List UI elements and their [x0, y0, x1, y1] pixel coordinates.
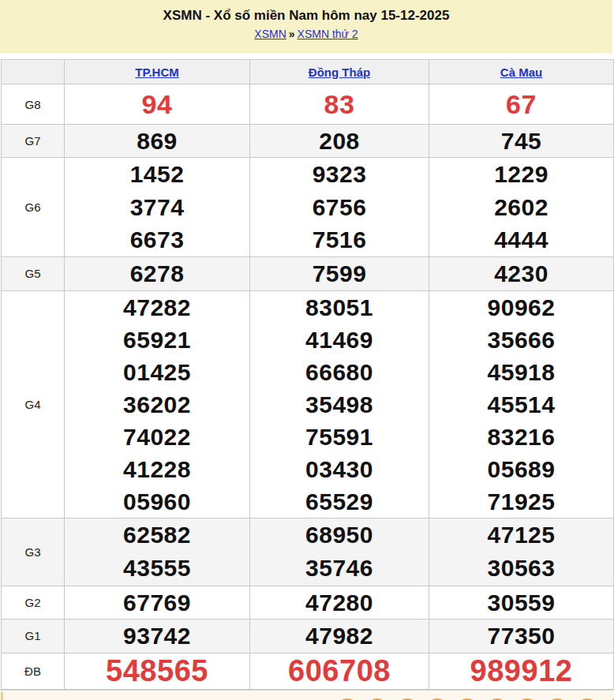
result-cell: 30559: [429, 586, 614, 619]
prize-number: 869: [65, 125, 249, 157]
prize-number: 36202: [65, 388, 249, 421]
prize-number: 4444: [429, 223, 613, 256]
prize-number: 35666: [429, 324, 613, 356]
result-cell: 47280: [250, 586, 429, 619]
prize-number: 47125: [429, 518, 613, 552]
special-prize-number: 989912: [429, 653, 613, 689]
prize-row-g7: G7 869 208 745: [2, 125, 614, 158]
result-cell: 90962 35666 45918 45514 83216 05689 7192…: [429, 290, 614, 518]
prize-number: 74022: [65, 421, 249, 453]
result-cell: 83051 41469 66680 35498 75591 03430 6552…: [250, 290, 429, 518]
province-link-tphcm[interactable]: TP.HCM: [135, 66, 179, 79]
prize-row-g2: G2 67769 47280 30559: [2, 586, 614, 619]
prize-number: 83216: [429, 421, 613, 453]
result-cell: 606708: [250, 653, 429, 689]
prize-number: 03430: [250, 453, 429, 485]
column-header-dongthap: Đồng Tháp: [250, 60, 429, 84]
prize-number: 01425: [65, 356, 249, 388]
prize-number: 30559: [429, 586, 613, 619]
prize-row-g6: G6 1452 3774 6673 9323 6756 7516 1229 26…: [2, 158, 614, 257]
prize-number: 7516: [250, 223, 429, 256]
prize-number: 90962: [429, 291, 613, 324]
results-table: TP.HCM Đồng Tháp Cà Mau G8 94 83 67 G7 8…: [1, 59, 614, 690]
prize-row-g5: G5 6278 7599 4230: [2, 256, 614, 290]
prize-number: 41469: [250, 324, 429, 356]
prize-number: 1229: [429, 158, 613, 191]
result-cell: 67769: [65, 586, 250, 619]
prize-number: 66680: [250, 356, 429, 388]
prize-number: 7599: [250, 257, 429, 290]
prize-number: 47982: [250, 620, 429, 653]
prize-number: 208: [250, 125, 429, 157]
result-cell: 47982: [250, 619, 429, 653]
prize-number: 6278: [65, 257, 249, 290]
prize-number: 67769: [65, 586, 249, 619]
breadcrumb: XSMN»XSMN thứ 2: [0, 28, 612, 41]
column-header-camau: Cà Mau: [429, 60, 614, 84]
prize-number: 745: [429, 125, 613, 157]
prize-label-g3: G3: [2, 518, 65, 586]
prize-number: 75591: [250, 421, 429, 453]
province-link-dongthap[interactable]: Đồng Tháp: [309, 66, 370, 79]
result-cell: 83: [250, 84, 429, 125]
result-cell: 869: [65, 125, 250, 158]
prize-number: 30563: [429, 552, 613, 586]
prize-number: 3774: [65, 191, 249, 224]
breadcrumb-link-current[interactable]: XSMN thứ 2: [298, 28, 358, 40]
result-cell: 77350: [429, 619, 614, 653]
prize-number: 77350: [429, 620, 613, 653]
result-cell: 9323 6756 7516: [250, 158, 429, 257]
result-cell: 4230: [429, 256, 614, 290]
breadcrumb-link-xsmn[interactable]: XSMN: [254, 28, 286, 40]
prize-row-g3: G3 62582 43555 68950 35746 47125 30563: [2, 518, 614, 586]
result-cell: 47125 30563: [429, 518, 614, 586]
prize-number: 67: [429, 84, 613, 124]
prize-number: 65529: [250, 485, 429, 518]
prize-number: 71925: [429, 485, 613, 518]
breadcrumb-separator: »: [286, 28, 298, 40]
result-cell: 68950 35746: [250, 518, 429, 586]
prize-label-g7: G7: [2, 125, 65, 158]
corner-cell: [2, 60, 65, 84]
prize-number: 83051: [250, 291, 429, 324]
prize-row-g8: G8 94 83 67: [2, 84, 614, 125]
prize-label-g4: G4: [2, 290, 65, 518]
prize-number: 45918: [429, 356, 613, 388]
prize-number: 62582: [65, 518, 249, 552]
result-cell: 47282 65921 01425 36202 74022 41228 0596…: [65, 290, 250, 518]
prize-number: 83: [250, 84, 429, 124]
column-header-row: TP.HCM Đồng Tháp Cà Mau: [2, 60, 614, 84]
prize-number: 43555: [65, 552, 249, 586]
result-cell: 208: [250, 125, 429, 158]
prize-number: 47280: [250, 586, 429, 619]
result-cell: 67: [429, 84, 614, 125]
special-prize-number: 548565: [65, 653, 249, 689]
result-cell: 989912: [429, 653, 614, 689]
result-cell: 6278: [65, 256, 250, 290]
result-cell: 94: [65, 84, 250, 125]
result-cell: 1229 2602 4444: [429, 158, 614, 257]
result-cell: 1452 3774 6673: [65, 158, 250, 257]
strip-edge-mark: [1, 692, 3, 700]
prize-row-g1: G1 93742 47982 77350: [2, 619, 614, 653]
prize-number: 2602: [429, 191, 613, 224]
prize-number: 41228: [65, 453, 249, 485]
province-link-camau[interactable]: Cà Mau: [500, 66, 542, 79]
prize-number: 6673: [65, 223, 249, 256]
prize-number: 47282: [65, 291, 249, 324]
prize-label-g2: G2: [2, 586, 65, 619]
page-header: XSMN - Xổ số miền Nam hôm nay 15-12-2025…: [0, 0, 612, 53]
result-cell: 7599: [250, 256, 429, 290]
loto-ball-strip: [0, 690, 614, 700]
prize-label-g1: G1: [2, 619, 65, 653]
prize-number: 05689: [429, 453, 613, 485]
page-title: XSMN - Xổ số miền Nam hôm nay 15-12-2025: [0, 8, 612, 24]
prize-number: 05960: [65, 485, 249, 518]
prize-number: 35498: [250, 388, 429, 421]
prize-number: 65921: [65, 324, 249, 356]
column-header-tphcm: TP.HCM: [65, 60, 250, 84]
prize-number: 68950: [250, 518, 429, 552]
prize-number: 4230: [429, 257, 613, 290]
prize-number: 35746: [250, 552, 429, 586]
prize-label-db: ĐB: [2, 653, 65, 689]
